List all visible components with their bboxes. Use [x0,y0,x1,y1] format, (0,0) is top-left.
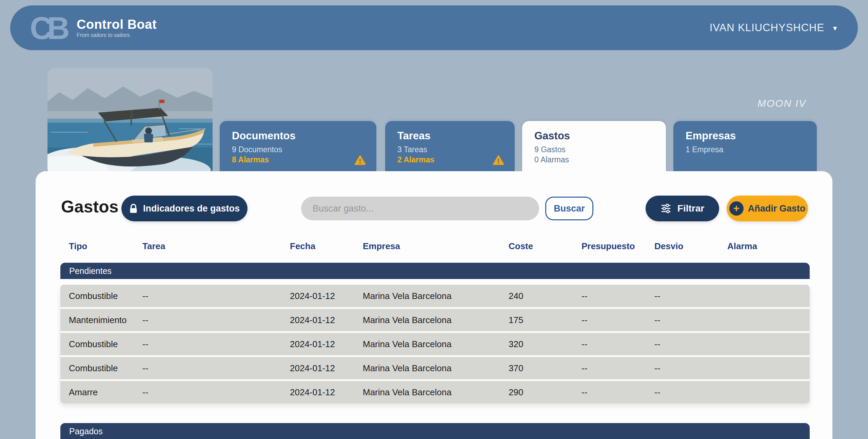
cell-coste: 290 [509,387,581,398]
cell-desvio: -- [654,339,727,350]
tab-gastos-active[interactable]: Gastos 9 Gastos 0 Alarmas [522,121,666,171]
column-header-presupuesto: Presupuesto [581,241,654,252]
anadir-gasto-button[interactable]: + Añadir Gasto [727,196,808,221]
svg-text:CB: CB [30,11,68,45]
boat-name: MOON IV [757,98,806,109]
section-title: Pendientes [69,266,112,276]
cell-tipo: Amarre [69,387,142,398]
cell-desvio: -- [654,315,727,325]
tab-title: Documentos [232,130,376,142]
brand: CB Control Boat From sailors to sailors [30,11,157,45]
cell-tipo: Combustible [69,339,142,350]
cell-fecha: 2024-01-12 [290,315,363,325]
table-row[interactable]: Combustible -- 2024-01-12 Marina Vela Ba… [60,285,810,307]
cell-coste: 175 [509,315,581,325]
brand-tagline: From sailors to sailors [77,32,157,38]
table-header-row: Tipo Tarea Fecha Empresa Coste Presupues… [60,239,810,253]
cell-empresa: Marina Vela Barcelona [363,291,509,301]
buscar-button[interactable]: Buscar [545,197,593,220]
warning-icon [354,155,366,166]
table-row[interactable]: Mantenimiento -- 2024-01-12 Marina Vela … [60,309,810,331]
cell-coste: 240 [509,291,581,301]
cell-fecha: 2024-01-12 [290,339,363,350]
cell-tarea: -- [142,291,290,301]
tab-count: 9 Documentos [232,145,376,154]
chevron-down-icon: ▼ [832,23,838,32]
table-row[interactable]: Combustible -- 2024-01-12 Marina Vela Ba… [60,357,810,379]
cell-empresa: Marina Vela Barcelona [363,387,509,398]
boat-photo [47,68,213,176]
tab-tareas[interactable]: Tareas 3 Tareas 2 Alarmas [385,121,515,171]
plus-icon: + [729,201,744,216]
section-header-pagados: Pagados [60,423,810,439]
user-menu[interactable]: IVAN KLIUCHYSHCHE ▼ [710,22,838,34]
cell-presupuesto: -- [581,339,654,350]
lock-icon [129,204,138,214]
cell-tipo: Mantenimiento [69,315,142,325]
cell-desvio: -- [654,363,727,374]
cell-desvio: -- [654,387,727,398]
tab-count: 9 Gastos [534,145,666,154]
tab-title: Empresas [686,130,817,142]
control-boat-logo-icon: CB [30,11,73,45]
cell-presupuesto: -- [581,315,654,325]
anadir-gasto-label: Añadir Gasto [748,203,806,214]
filtrar-label: Filtrar [677,203,704,214]
cell-presupuesto: -- [581,387,654,398]
cell-tipo: Combustible [69,291,142,301]
search-input[interactable] [301,197,539,220]
indicadores-label: Indicadores de gastos [143,203,240,214]
table-row[interactable]: Combustible -- 2024-01-12 Marina Vela Ba… [60,333,810,355]
cell-tarea: -- [142,339,290,350]
cell-coste: 370 [509,363,581,374]
tab-documentos[interactable]: Documentos 9 Documentos 8 Alarmas [220,121,376,171]
cell-empresa: Marina Vela Barcelona [363,339,509,350]
filter-sliders-icon [660,203,671,214]
tab-title: Gastos [534,130,666,142]
buscar-label: Buscar [554,203,585,214]
cell-tarea: -- [142,387,290,398]
pendientes-rows: Combustible -- 2024-01-12 Marina Vela Ba… [60,285,810,403]
cell-tipo: Combustible [69,363,142,374]
cell-tarea: -- [142,315,290,325]
cell-fecha: 2024-01-12 [290,291,363,301]
cell-desvio: -- [654,291,727,301]
column-header-empresa: Empresa [363,241,509,252]
tab-title: Tareas [397,130,515,142]
cell-tarea: -- [142,363,290,374]
cell-fecha: 2024-01-12 [290,387,363,398]
cell-empresa: Marina Vela Barcelona [363,315,509,325]
warning-icon [492,155,505,166]
page-title: Gastos [61,197,119,217]
brand-text: Control Boat From sailors to sailors [77,17,157,38]
tab-empresas[interactable]: Empresas 1 Empresa [673,121,817,171]
boat-photo-image [47,68,213,176]
tab-alarm-count: 0 Alarmas [534,155,666,164]
gastos-panel: Gastos Indicadores de gastos Buscar Filt… [36,171,832,439]
user-name: IVAN KLIUCHYSHCHE [710,22,825,34]
app-header: CB Control Boat From sailors to sailors … [10,5,858,50]
column-header-desvio: Desvio [654,241,727,252]
column-header-tarea: Tarea [142,241,290,252]
cell-presupuesto: -- [581,363,654,374]
column-header-coste: Coste [509,241,581,252]
tab-count: 3 Tareas [397,145,515,154]
indicadores-de-gastos-button[interactable]: Indicadores de gastos [121,196,248,221]
brand-title: Control Boat [77,17,157,32]
cell-empresa: Marina Vela Barcelona [363,363,509,374]
column-header-tipo: Tipo [69,241,142,252]
table-row[interactable]: Amarre -- 2024-01-12 Marina Vela Barcelo… [60,381,810,403]
section-header-pendientes: Pendientes [60,263,810,279]
column-header-fecha: Fecha [290,241,363,252]
section-title: Pagados [69,426,103,436]
filtrar-button[interactable]: Filtrar [646,196,719,221]
tab-count: 1 Empresa [686,145,817,154]
cell-presupuesto: -- [581,291,654,301]
cell-coste: 320 [509,339,581,350]
cell-fecha: 2024-01-12 [290,363,363,374]
column-header-alarma: Alarma [727,241,810,252]
